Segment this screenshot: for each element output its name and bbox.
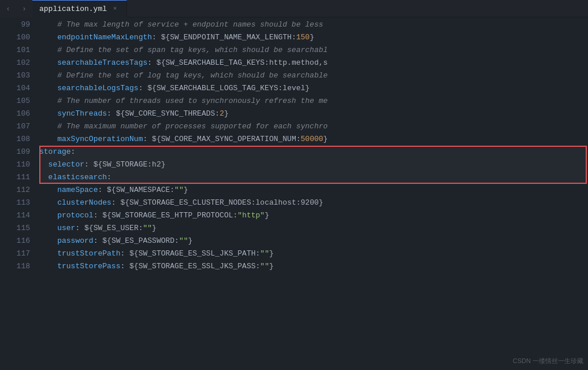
code-content[interactable]: # The max length of service + endpoint n…: [35, 17, 588, 370]
code-line: user: ${SW_ES_USER:""}: [39, 222, 588, 235]
code-line: endpointNameMaxLength: ${SW_ENDPOINT_NAM…: [39, 31, 588, 44]
code-area: 9910010110210310410510610710810911011111…: [0, 17, 588, 370]
code-line: # The max length of service + endpoint n…: [39, 18, 588, 31]
line-numbers: 9910010110210310410510610710810911011111…: [0, 17, 35, 370]
code-line: syncThreads: ${SW_CORE_SYNC_THREADS:2}: [39, 108, 588, 120]
code-line: searchableLogsTags: ${SW_SEARCHABLE_LOGS…: [39, 82, 588, 95]
tab-close-button[interactable]: ×: [110, 4, 120, 13]
code-line: searchableTracesTags: ${SW_SEARCHABLE_TA…: [39, 57, 588, 69]
tab-next-button[interactable]: ›: [16, 0, 32, 17]
code-line: # The number of threads used to synchron…: [39, 95, 588, 108]
code-line: # Define the set of log tag keys, which …: [39, 69, 588, 82]
tab-prev-button[interactable]: ‹: [0, 0, 16, 17]
tab-bar: ‹ › application.yml ×: [0, 0, 588, 17]
code-line: clusterNodes: ${SW_STORAGE_ES_CLUSTER_NO…: [39, 197, 588, 209]
code-line: selector: ${SW_STORAGE:h2}: [39, 158, 588, 171]
editor-container: ‹ › application.yml × 991001011021031041…: [0, 0, 588, 370]
code-line: protocol: ${SW_STORAGE_ES_HTTP_PROTOCOL:…: [39, 209, 588, 222]
code-line: maxSyncOperationNum: ${SW_CORE_MAX_SYNC_…: [39, 133, 588, 146]
tab-application-yml[interactable]: application.yml ×: [32, 0, 127, 17]
code-line: nameSpace: ${SW_NAMESPACE:""}: [39, 184, 588, 197]
code-line: elasticsearch:: [39, 171, 588, 184]
code-line: trustStorePass: ${SW_STORAGE_ES_SSL_JKS_…: [39, 260, 588, 273]
code-line: password: ${SW_ES_PASSWORD:""}: [39, 235, 588, 247]
code-line: # The maximum number of processes suppor…: [39, 120, 588, 133]
code-line: trustStorePath: ${SW_STORAGE_ES_SSL_JKS_…: [39, 247, 588, 260]
code-line: # Define the set of span tag keys, which…: [39, 44, 588, 57]
code-line: storage:: [39, 146, 588, 158]
tab-filename: application.yml: [39, 5, 107, 13]
